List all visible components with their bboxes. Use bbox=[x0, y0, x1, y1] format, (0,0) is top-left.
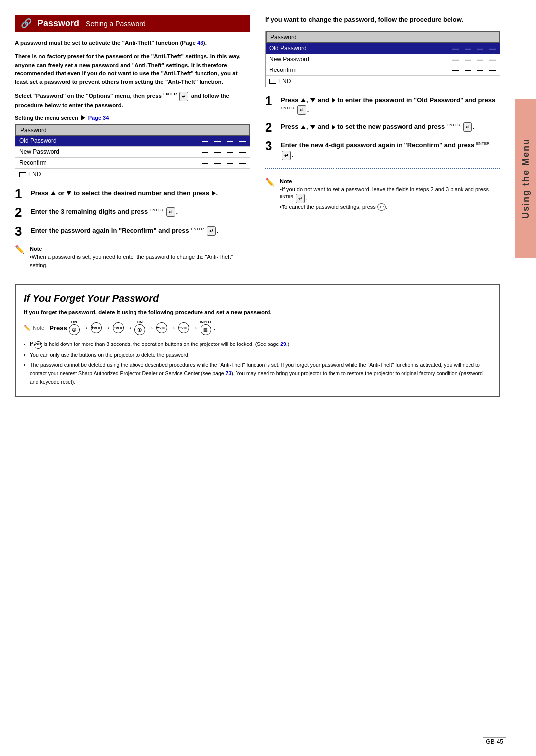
left-step-3: 3 Enter the password again in "Reconfirm… bbox=[15, 226, 250, 238]
menu-row-old-password-right: Old Password — — — — bbox=[266, 43, 500, 54]
input-button: INPUT ▤ bbox=[200, 320, 212, 335]
menu-row-new-password-left: New Password — — — — bbox=[15, 147, 250, 158]
press-sequence: Press ON ① → +VOL → bbox=[49, 320, 215, 335]
left-note-text: Note •When a password is set, you need t… bbox=[30, 245, 250, 270]
page-number: GB-45 bbox=[483, 737, 506, 746]
section-header: 🔗 Password Setting a Password bbox=[15, 15, 250, 32]
right-step-3: 3 Enter the new 4-digit password again i… bbox=[265, 140, 500, 160]
section-header-subtitle: Setting a Password bbox=[86, 20, 146, 28]
vol-plus-2: +VOL bbox=[156, 322, 167, 333]
vol-minus-1: −VOL bbox=[113, 322, 124, 333]
note-icon-left: ✏️ bbox=[15, 245, 27, 254]
page-ref: Page 34 bbox=[88, 115, 109, 121]
menu-screen-text: Setting the menu screen bbox=[15, 115, 78, 121]
on-button-1: ON ① bbox=[69, 320, 80, 335]
up-arrow-r1 bbox=[301, 98, 306, 102]
section-header-icon: 🔗 bbox=[21, 18, 32, 28]
main-content: 🔗 Password Setting a Password A password… bbox=[0, 0, 515, 756]
right-note-box: ✏️ Note •If you do not want to set a pas… bbox=[265, 177, 500, 211]
left-para2: There is no factory preset for the passw… bbox=[15, 52, 250, 86]
enter-key-icon-3: ↵ bbox=[207, 226, 216, 236]
right-step-1: 1 Press , and to enter the password in "… bbox=[265, 95, 500, 115]
note-icon-right: ✏️ bbox=[265, 177, 277, 187]
forget-note-badge: ✏️ Note bbox=[24, 325, 44, 331]
menu-row-new-password-right: New Password — — — — bbox=[266, 54, 500, 65]
enter-key-icon: ↵ bbox=[166, 207, 175, 217]
menu-header-password-right: Password bbox=[266, 31, 500, 43]
menu-header-password-left: Password bbox=[15, 124, 250, 136]
vol-minus-2: −VOL bbox=[178, 322, 189, 333]
left-step-2: 2 Enter the 3 remaining digits and press… bbox=[15, 207, 250, 219]
menu-screen-label: Setting the menu screen Page 34 bbox=[15, 115, 250, 121]
forget-bullets: If ON is held down for more than 3 secon… bbox=[24, 340, 491, 386]
up-arrow-icon bbox=[51, 191, 56, 195]
right-note-text: Note •If you do not want to set a passwo… bbox=[280, 177, 500, 211]
left-para3: Select "Password" on the "Options" menu,… bbox=[15, 91, 250, 110]
menu-row-reconfirm-left: Reconfirm — — — — bbox=[15, 158, 250, 169]
menu-row-reconfirm-right: Reconfirm — — — — bbox=[266, 65, 500, 76]
forget-section: If You Forget Your Password If you forge… bbox=[15, 284, 500, 397]
sidebar-tab: Using the Menu bbox=[515, 99, 536, 258]
end-box-icon-right bbox=[269, 79, 276, 84]
left-steps: 1 Press or to select the desired number … bbox=[15, 188, 250, 238]
menu-row-end-right: END bbox=[266, 76, 500, 87]
down-arrow-r2 bbox=[310, 125, 315, 129]
menu-row-end-left: END bbox=[15, 169, 250, 180]
forget-bullet-2: You can only use the buttons on the proj… bbox=[24, 351, 491, 359]
right-steps: 1 Press , and to enter the password in "… bbox=[265, 95, 500, 160]
down-arrow-icon bbox=[67, 191, 71, 195]
note-pencil-icon: ✏️ bbox=[24, 325, 31, 331]
enter-key-r3: ↵ bbox=[282, 151, 291, 160]
two-col-layout: 🔗 Password Setting a Password A password… bbox=[15, 15, 500, 274]
right-arrow-r2 bbox=[332, 125, 335, 130]
right-password-menu: Password Old Password — — — — New Passwo… bbox=[265, 31, 500, 87]
sidebar-label: Using the Menu bbox=[521, 138, 531, 219]
up-arrow-r2 bbox=[301, 125, 306, 129]
on-button-2: ON ① bbox=[134, 320, 145, 335]
left-column: 🔗 Password Setting a Password A password… bbox=[15, 15, 250, 274]
left-password-menu: Password Old Password — — — — New Passwo… bbox=[15, 124, 250, 180]
press-label: Press bbox=[49, 324, 67, 332]
right-intro: If you want to change the password, foll… bbox=[265, 15, 500, 25]
menu-row-old-password-left: Old Password — — — — bbox=[15, 136, 250, 147]
arrow-right-icon bbox=[81, 115, 85, 120]
vol-plus-1: +VOL bbox=[91, 322, 102, 333]
dotted-divider bbox=[265, 168, 500, 169]
left-para1: A password must be set to activate the "… bbox=[15, 39, 250, 47]
forget-bullet-1: If ON is held down for more than 3 secon… bbox=[24, 340, 491, 348]
forget-title: If You Forget Your Password bbox=[24, 293, 491, 304]
enter-key-note1: ↵ bbox=[296, 194, 305, 203]
page-container: Using the Menu 🔗 Password Setting a Pass… bbox=[0, 0, 536, 756]
right-arrow-icon bbox=[212, 191, 216, 196]
enter-key-r1: ↵ bbox=[297, 105, 306, 115]
end-box-icon bbox=[19, 172, 26, 177]
right-column: If you want to change the password, foll… bbox=[265, 15, 500, 274]
page-number-area: GB-45 bbox=[483, 737, 506, 746]
undo-key-icon: ↩ bbox=[377, 203, 386, 211]
forget-subtitle: If you forget the password, delete it us… bbox=[24, 309, 491, 315]
down-arrow-r1 bbox=[310, 98, 315, 102]
left-step-1: 1 Press or to select the desired number … bbox=[15, 188, 250, 200]
right-step-2: 2 Press , and to set the new password an… bbox=[265, 122, 500, 134]
enter-key-r2: ↵ bbox=[463, 122, 472, 132]
right-arrow-r1 bbox=[332, 98, 335, 103]
left-note-box: ✏️ Note •When a password is set, you nee… bbox=[15, 245, 250, 270]
forget-note-row: ✏️ Note Press ON ① → +VOL → bbox=[24, 320, 491, 335]
section-header-title: Password bbox=[37, 18, 79, 28]
forget-bullet-3: The password cannot be deleted using the… bbox=[24, 361, 491, 386]
